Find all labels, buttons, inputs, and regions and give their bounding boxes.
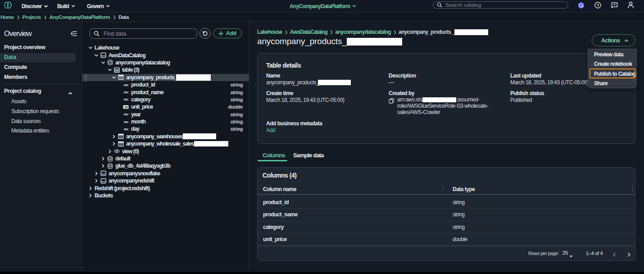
svg-text:ABC: ABC <box>123 120 129 123</box>
svg-text:ABC: ABC <box>123 91 129 94</box>
svg-text:ABC: ABC <box>123 113 129 116</box>
svg-text:ABC: ABC <box>123 98 129 101</box>
svg-text:ABC: ABC <box>123 83 129 87</box>
svg-text:?: ? <box>597 3 599 8</box>
svg-text:ABC: ABC <box>123 128 129 131</box>
